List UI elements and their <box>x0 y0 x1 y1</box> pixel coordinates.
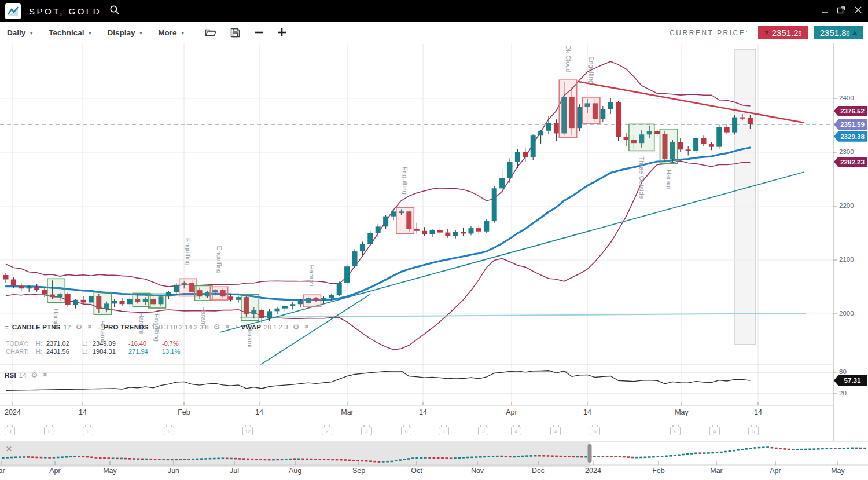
navigator-dash <box>551 455 554 457</box>
navigator-dash <box>133 458 135 460</box>
navigator-handle[interactable] <box>588 444 592 463</box>
candle-body <box>507 162 513 178</box>
gear-icon[interactable]: ⚙ <box>214 323 220 331</box>
gear-icon[interactable]: ⚙ <box>293 323 300 331</box>
calendar-event-icon[interactable]: 4 <box>511 427 521 435</box>
today-stats: TODAY: H:2371.02 L:2349.09 -16.40 -0.7% <box>6 340 179 347</box>
close-button[interactable] <box>854 6 862 16</box>
gear-icon[interactable]: ⚙ <box>76 323 83 331</box>
candle-body <box>228 296 233 300</box>
navigator-dash <box>657 456 660 457</box>
navigator-dash <box>830 448 833 449</box>
navigator-month-label: Dec <box>532 467 545 475</box>
calendar-event-icon[interactable]: 3 <box>361 427 372 435</box>
rsi-line <box>6 371 750 391</box>
navigator-dash <box>555 456 558 457</box>
open-folder-icon[interactable] <box>205 28 216 37</box>
navigator-dash <box>699 452 702 454</box>
navigator-month-label: Oct <box>411 467 422 475</box>
calendar-event-icon[interactable]: 2 <box>322 427 332 435</box>
close-icon[interactable]: ✕ <box>304 323 309 331</box>
candle-body <box>600 109 605 119</box>
candle-body <box>469 228 474 233</box>
calendar-event-icon[interactable]: 6 <box>590 427 600 435</box>
navigator-dash <box>521 456 524 457</box>
navigator-dash <box>116 458 119 460</box>
navigator-dash <box>509 456 512 458</box>
navigator-dash <box>301 459 304 460</box>
rsi-value-tag: 57.31 <box>834 375 867 386</box>
save-icon[interactable] <box>230 28 240 38</box>
navigator-dash <box>513 456 516 458</box>
close-icon[interactable]: ✕ <box>87 323 92 331</box>
calendar-event-icon[interactable]: 6 <box>401 427 411 435</box>
calendar-event-icon[interactable]: 4 <box>550 427 561 435</box>
navigator-dash <box>838 448 841 449</box>
navigator-dash <box>192 459 195 460</box>
navigator-month-label: May <box>831 467 845 475</box>
navigator-month-label: Jul <box>230 467 239 475</box>
navigator-dash <box>196 459 199 460</box>
title-bar: SPOT, GOLD <box>0 0 868 22</box>
navigator-dash <box>310 459 313 460</box>
calendar-event-icon[interactable]: 7 <box>439 427 449 435</box>
calendar-event-icon[interactable]: 3 <box>478 427 488 435</box>
navigator-dash <box>525 455 528 457</box>
close-icon[interactable]: ✕ <box>42 371 47 379</box>
navigator-dash <box>10 457 13 459</box>
calendar-event-icon[interactable]: 6 <box>670 427 681 435</box>
navigator-close-icon[interactable]: ✕ <box>6 445 12 453</box>
navigator-month-label: May <box>103 467 117 475</box>
navigator-dash <box>128 458 131 460</box>
candle-body <box>686 149 691 151</box>
gear-icon[interactable]: ⚙ <box>31 371 38 379</box>
candle-body <box>337 283 342 295</box>
menu-technical[interactable]: Technical▼ <box>49 28 92 37</box>
navigator-dash <box>57 457 60 459</box>
navigator-dash <box>572 456 575 458</box>
calendar-event-icon[interactable]: 6 <box>83 427 93 435</box>
navigator-month-label: Apr <box>770 467 781 475</box>
menu-daily[interactable]: Daily▼ <box>7 28 34 37</box>
search-icon[interactable] <box>109 5 120 17</box>
navigator-dash <box>53 457 56 459</box>
current-price-label: CURRENT PRICE: <box>670 29 749 37</box>
indicator-vwap[interactable]: VWAP <box>241 324 261 331</box>
navigator-dash <box>420 457 423 459</box>
candle-body <box>112 301 117 304</box>
zoom-out-button[interactable] <box>254 28 263 37</box>
popout-button[interactable] <box>837 5 846 17</box>
zoom-in-button[interactable] <box>277 28 286 37</box>
navigator-dash <box>547 455 550 457</box>
menu-more[interactable]: More▼ <box>158 28 185 37</box>
candle-body <box>499 178 505 189</box>
candle-body <box>27 287 32 289</box>
candles <box>3 82 753 323</box>
indicator-pro-trends[interactable]: PRO TRENDS <box>104 324 148 331</box>
navigator-dash <box>407 458 410 460</box>
indicator-candle-ptns[interactable]: CANDLE PTNS <box>12 324 61 331</box>
calendar-event-icon[interactable]: 5 <box>748 427 759 435</box>
navigator-dash <box>86 456 89 458</box>
calendar-event-icon[interactable]: 5 <box>44 427 54 435</box>
x-axis-label: May <box>675 408 689 416</box>
minimize-button[interactable] <box>821 6 829 16</box>
navigator-dash <box>204 458 207 460</box>
calendar-event-icon[interactable]: 12 <box>242 427 253 435</box>
navigator-month-label: 2024 <box>585 467 601 475</box>
calendar-event-icon[interactable]: 6 <box>164 427 174 435</box>
candle-body <box>678 142 683 149</box>
navigator-dash <box>686 453 689 455</box>
close-icon[interactable]: ✕ <box>225 323 230 331</box>
calendar-event-icon[interactable]: 4 <box>709 427 720 435</box>
navigator-dash <box>103 457 106 459</box>
navigator-dash <box>179 459 182 460</box>
menu-display[interactable]: Display▼ <box>107 28 143 37</box>
navigator-dash <box>361 460 364 462</box>
candle-body <box>34 287 39 290</box>
navigator-dash <box>729 450 731 452</box>
indicator-rsi[interactable]: RSI <box>5 372 16 379</box>
calendar-event-icon[interactable]: 3 <box>5 427 15 435</box>
candle-body <box>724 127 730 132</box>
navigator-dash <box>124 458 127 460</box>
